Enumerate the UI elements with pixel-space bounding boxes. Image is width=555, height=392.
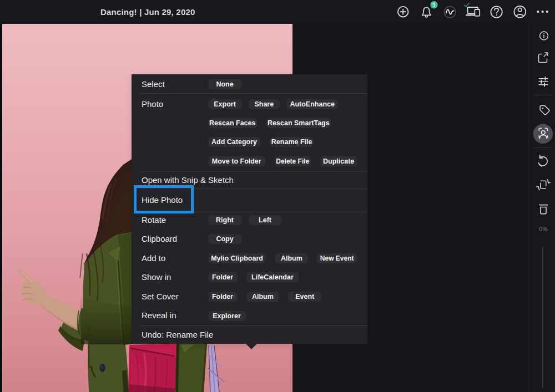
svg-text:0%: 0% <box>539 226 547 232</box>
